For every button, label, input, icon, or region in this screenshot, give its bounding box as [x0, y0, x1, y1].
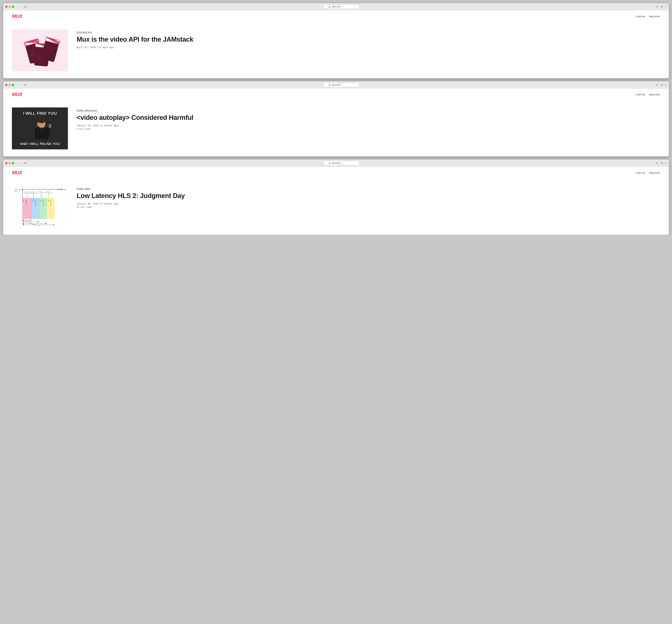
article-title-hls: Low Latency HLS 2: Judgment Day [77, 192, 660, 200]
svg-text:SEND PART 2: SEND PART 2 [43, 200, 44, 206]
back-button[interactable]: ‹ [16, 5, 19, 8]
copy-link-button[interactable]: Copy link [636, 15, 645, 18]
bookmark-button-3[interactable]: ⧉ [660, 161, 664, 165]
share-button-2[interactable]: ⬆ [655, 83, 659, 86]
nav-buttons: ‹ › [16, 5, 22, 8]
forward-button-2[interactable]: › [19, 83, 22, 86]
refresh-icon-2[interactable]: ↻ [342, 84, 343, 86]
traffic-lights-1 [5, 6, 14, 8]
copy-link-button-3[interactable]: Copy link [636, 172, 645, 174]
svg-marker-78 [23, 223, 24, 224]
svg-marker-75 [38, 221, 39, 222]
svg-marker-83 [53, 224, 54, 225]
svg-marker-82 [23, 224, 24, 225]
sidebar-toggle[interactable]: ⊞ [23, 5, 27, 8]
address-bar-container-3: 🔒 mux.com ↻ [29, 161, 654, 165]
maximize-button-3[interactable] [12, 162, 14, 164]
site-logo-3[interactable]: MUX [12, 170, 22, 176]
meme-text-bottom: AND I WILL PAUSE YOU [20, 142, 60, 146]
svg-marker-66 [48, 197, 49, 198]
minimize-button-3[interactable] [8, 162, 11, 164]
svg-text:←————2s————→: ←————2s————→ [35, 225, 42, 226]
svg-text:WAIT: WAIT [40, 200, 41, 202]
forward-button-3[interactable]: › [19, 161, 22, 165]
svg-marker-74 [23, 221, 24, 222]
meme-person-svg [22, 118, 57, 139]
new-tab-button[interactable]: + [665, 5, 667, 8]
article-image-hls: HTTP/2 GET Bytes: 0 Response complete WA… [12, 186, 68, 228]
lock-icon-2: 🔒 [328, 84, 331, 86]
sidebar-toggle-3[interactable]: ⊞ [23, 161, 27, 165]
svg-text:←500ms→: ←500ms→ [25, 220, 30, 222]
back-button-3[interactable]: ‹ [16, 161, 19, 165]
svg-point-33 [37, 123, 39, 126]
share-button-3[interactable]: ⬆ [655, 161, 659, 165]
traffic-lights-2 [5, 84, 14, 86]
close-button-3[interactable] [5, 162, 7, 164]
browser-chrome-3: ‹ › ⊞ 🔒 mux.com ↻ ⬆ ⧉ + [3, 159, 669, 167]
forward-button[interactable]: › [19, 5, 22, 8]
svg-marker-71 [30, 220, 31, 221]
article-category-hls[interactable]: Video news [77, 187, 660, 190]
svg-marker-58 [33, 197, 34, 198]
svg-text:part 0: part 0 [24, 191, 28, 193]
browser-actions: ⬆ ⧉ + [655, 5, 667, 8]
maximize-button-2[interactable] [12, 84, 14, 86]
article-info-autoplay: Video education <video autoplay> Conside… [77, 107, 660, 130]
minimize-button[interactable] [8, 6, 11, 8]
svg-marker-62 [41, 197, 42, 198]
copy-link-button-2[interactable]: Copy link [636, 93, 645, 96]
article-card-hls: HTTP/2 GET Bytes: 0 Response complete WA… [3, 179, 669, 235]
browser-actions-3: ⬆ ⧉ + [655, 161, 667, 165]
blog-home-link-2[interactable]: Blog home [649, 93, 660, 96]
nav-links-1: Copy link Blog home [636, 15, 660, 18]
bookmark-button-2[interactable]: ⧉ [660, 83, 664, 87]
article-category-autoplay[interactable]: Video education [77, 109, 660, 112]
article-category-jam[interactable]: Engineering [77, 31, 660, 33]
refresh-icon[interactable]: ↻ [342, 6, 343, 8]
article-readtime-autoplay: 4 min read [77, 128, 660, 130]
svg-text:←500ms→: ←500ms→ [28, 222, 32, 224]
back-button-2[interactable]: ‹ [16, 83, 19, 86]
svg-text:part 3: part 3 [46, 191, 49, 192]
address-bar-2[interactable]: 🔒 mux.com ↻ [324, 83, 359, 87]
refresh-icon-3[interactable]: ↻ [342, 162, 343, 164]
meme-text-top: I WILL FIND YOU [23, 111, 57, 116]
svg-marker-70 [23, 220, 24, 221]
traffic-lights-3 [5, 162, 14, 164]
svg-text:@ line speed: @ line speed [30, 193, 37, 194]
article-info-hls: Video news Low Latency HLS 2: Judgment D… [77, 186, 660, 209]
site-logo-2[interactable]: MUX [12, 92, 22, 97]
site-logo[interactable]: MUX [12, 14, 22, 19]
minimize-button-2[interactable] [8, 84, 11, 86]
new-tab-button-3[interactable]: + [665, 161, 667, 165]
address-bar-3[interactable]: 🔒 mux.com ↻ [324, 161, 359, 165]
svg-text:WAIT: WAIT [23, 200, 24, 202]
maximize-button[interactable] [12, 6, 14, 8]
browser-chrome-2: ‹ › ⊞ 🔒 mux.com ↻ ⬆ ⧉ + [3, 81, 669, 88]
bookmark-button[interactable]: ⧉ [660, 5, 664, 8]
blog-home-link[interactable]: Blog home [649, 15, 660, 18]
svg-text:WAIT: WAIT [32, 200, 33, 202]
jam-jars-svg [12, 29, 68, 71]
address-bar[interactable]: 🔒 mux.com ↻ [324, 4, 359, 9]
svg-text:@ line speed: @ line speed [24, 193, 31, 194]
browser-window-1: ‹ › ⊞ 🔒 mux.com ↻ ⬆ ⧉ + MUX Copy link Bl… [3, 3, 669, 78]
new-tab-button-2[interactable]: + [665, 83, 667, 86]
browser-window-3: ‹ › ⊞ 🔒 mux.com ↻ ⬆ ⧉ + MUX Copy link Bl… [3, 159, 669, 235]
address-bar-container: 🔒 mux.com ↻ [29, 4, 654, 9]
site-nav-3: MUX Copy link Blog home [3, 167, 669, 179]
sidebar-toggle-2[interactable]: ⊞ [23, 83, 27, 86]
svg-text:part 2: part 2 [39, 191, 42, 192]
svg-text:WAIT: WAIT [48, 200, 49, 202]
close-button-2[interactable] [5, 84, 7, 86]
blog-home-link-3[interactable]: Blog home [649, 172, 660, 174]
article-image-jam [12, 29, 68, 71]
share-button[interactable]: ⬆ [655, 5, 659, 8]
address-bar-container-2: 🔒 mux.com ↻ [29, 83, 654, 87]
svg-text:@ line speed: @ line speed [38, 192, 45, 194]
svg-rect-32 [49, 124, 51, 128]
close-button[interactable] [5, 6, 7, 8]
browser-window-2: ‹ › ⊞ 🔒 mux.com ↻ ⬆ ⧉ + MUX Copy link Bl… [3, 81, 669, 156]
hls-diagram-svg: HTTP/2 GET Bytes: 0 Response complete WA… [14, 187, 66, 226]
